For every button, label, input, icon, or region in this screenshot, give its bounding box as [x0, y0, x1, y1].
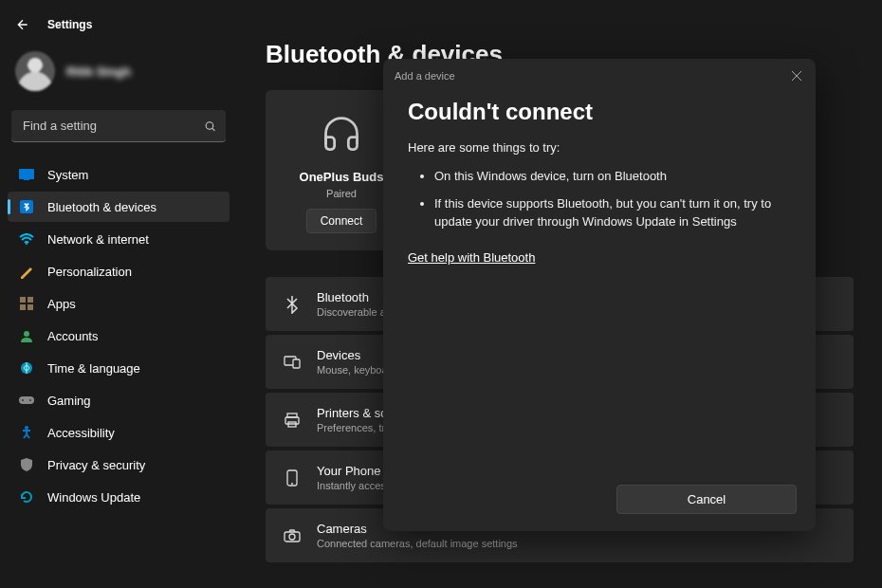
printer-icon: [283, 411, 302, 430]
svg-point-13: [22, 399, 24, 401]
system-icon: [19, 167, 34, 182]
help-link[interactable]: Get help with Bluetooth: [408, 250, 535, 265]
close-button[interactable]: [787, 66, 806, 85]
device-name: OnePlus Buds: [300, 170, 384, 184]
sidebar-item-label: Privacy & security: [47, 458, 145, 472]
app-title: Settings: [47, 18, 92, 31]
svg-rect-3: [24, 179, 29, 180]
devices-icon: [283, 353, 302, 372]
accounts-icon: [19, 328, 34, 343]
cancel-button[interactable]: Cancel: [616, 485, 797, 514]
sidebar-item-label: System: [47, 168, 88, 182]
dialog-bullet: If this device supports Bluetooth, but y…: [434, 195, 791, 231]
bluetooth-icon: [19, 199, 34, 214]
privacy-icon: [19, 457, 34, 472]
svg-rect-6: [20, 297, 26, 303]
personalization-icon: [19, 264, 34, 279]
sidebar-item-apps[interactable]: Apps: [8, 288, 230, 319]
add-device-dialog: Add a device Couldn't connect Here are s…: [383, 59, 816, 531]
dialog-bullet: On this Windows device, turn on Bluetoot…: [434, 168, 791, 186]
dialog-intro: Here are some things to try:: [408, 140, 791, 155]
avatar: [15, 51, 55, 91]
apps-icon: [19, 296, 34, 311]
svg-point-14: [29, 399, 31, 401]
device-status: Paired: [326, 188, 357, 199]
user-profile[interactable]: Ritik Singh: [8, 44, 230, 99]
sidebar-item-label: Gaming: [47, 394, 91, 408]
back-button[interactable]: [15, 17, 30, 32]
sidebar-item-label: Bluetooth & devices: [47, 200, 156, 214]
sidebar-item-label: Time & language: [47, 361, 140, 376]
search-icon: [204, 120, 216, 133]
accessibility-icon: [19, 425, 34, 440]
dialog-footer: Cancel: [383, 469, 816, 531]
sidebar-item-system[interactable]: System: [8, 159, 230, 190]
dialog-list: On this Windows device, turn on Bluetoot…: [408, 168, 791, 231]
svg-line-1: [212, 128, 214, 130]
svg-point-5: [26, 243, 28, 245]
user-name: Ritik Singh: [66, 64, 131, 79]
svg-rect-2: [19, 169, 34, 179]
phone-icon: [283, 469, 302, 487]
sidebar-item-update[interactable]: Windows Update: [8, 482, 230, 512]
sidebar-item-personalization[interactable]: Personalization: [8, 256, 230, 286]
sidebar-item-accounts[interactable]: Accounts: [8, 321, 230, 351]
sidebar-item-network[interactable]: Network & internet: [8, 224, 230, 254]
sidebar-item-label: Windows Update: [47, 490, 140, 505]
sidebar-item-time[interactable]: Time & language: [8, 353, 230, 383]
sidebar-item-label: Network & internet: [47, 232, 149, 247]
search-wrap: [11, 110, 226, 142]
svg-rect-7: [28, 297, 33, 303]
svg-rect-9: [28, 304, 33, 310]
setting-sub: Connected cameras, default image setting…: [317, 538, 518, 549]
dialog-header: Add a device: [383, 59, 816, 89]
sidebar-item-label: Personalization: [47, 265, 132, 279]
network-icon: [19, 231, 34, 247]
sidebar-item-privacy[interactable]: Privacy & security: [8, 450, 230, 480]
time-icon: [19, 360, 34, 376]
bluetooth-icon: [283, 295, 302, 314]
sidebar-item-label: Apps: [47, 297, 76, 311]
camera-icon: [283, 526, 302, 545]
headphones-icon: [321, 113, 362, 158]
sidebar: Settings Ritik Singh System Bluetooth & …: [0, 0, 237, 588]
dialog-title: Couldn't connect: [408, 99, 791, 125]
sidebar-item-bluetooth[interactable]: Bluetooth & devices: [8, 192, 230, 222]
svg-point-10: [24, 331, 29, 337]
search-input[interactable]: [11, 110, 226, 142]
update-icon: [19, 489, 34, 505]
dialog-header-title: Add a device: [395, 70, 455, 82]
svg-rect-17: [293, 359, 300, 368]
sidebar-item-label: Accessibility: [47, 426, 115, 440]
svg-point-0: [206, 122, 213, 130]
sidebar-item-accessibility[interactable]: Accessibility: [8, 417, 230, 448]
topbar: Settings: [8, 13, 230, 44]
dialog-body: Couldn't connect Here are some things to…: [383, 89, 816, 469]
connect-button[interactable]: Connect: [306, 209, 377, 233]
svg-rect-19: [285, 417, 299, 424]
svg-rect-12: [19, 396, 34, 404]
svg-point-24: [289, 534, 295, 540]
svg-rect-8: [20, 304, 26, 310]
sidebar-item-gaming[interactable]: Gaming: [8, 385, 230, 415]
sidebar-item-label: Accounts: [47, 329, 98, 343]
gaming-icon: [19, 393, 34, 408]
svg-point-15: [25, 426, 28, 430]
nav: System Bluetooth & devices Network & int…: [8, 159, 230, 512]
